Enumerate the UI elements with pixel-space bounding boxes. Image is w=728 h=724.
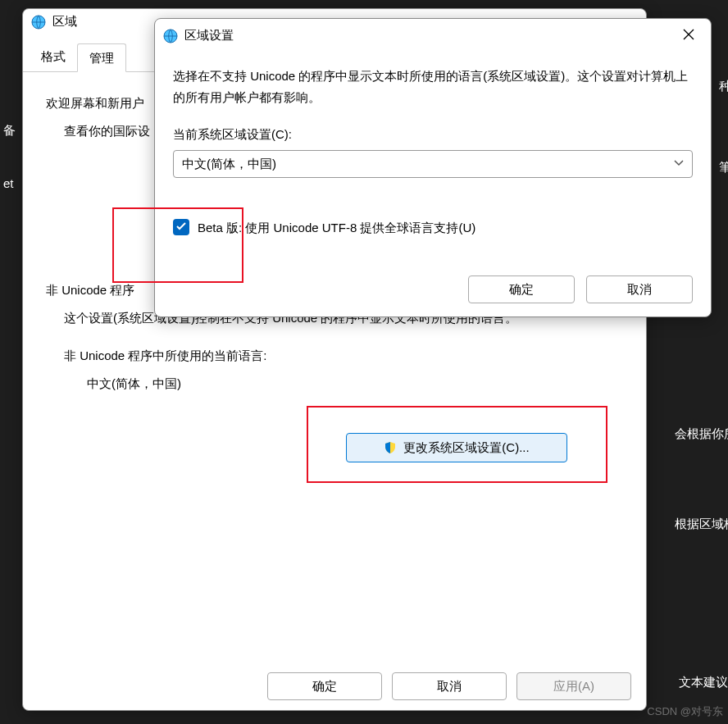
dialog-body: 选择在不支持 Unicode 的程序中显示文本时所使用的语言(系统区域设置)。这… <box>155 52 711 251</box>
region-settings-dialog: 区域设置 选择在不支持 Unicode 的程序中显示文本时所使用的语言(系统区域… <box>154 18 712 317</box>
locale-combobox[interactable]: 中文(简体，中国) <box>173 150 693 178</box>
cancel-button[interactable]: 取消 <box>392 672 507 700</box>
bg-text: 根据区域格式设 <box>675 517 728 532</box>
dialog-cancel-button[interactable]: 取消 <box>586 275 693 303</box>
bg-text: 筆 <box>719 160 728 175</box>
change-system-locale-button[interactable]: 更改系统区域设置(C)... <box>346 433 567 462</box>
tab-format[interactable]: 格式 <box>30 43 77 71</box>
dialog-titlebar[interactable]: 区域设置 <box>155 19 711 52</box>
apply-button: 应用(A) <box>516 672 631 700</box>
bg-text: 备 <box>3 123 16 139</box>
bg-text: 会根据你所在的 <box>675 426 728 442</box>
nonunicode-current-label: 非 Unicode 程序中所使用的当前语言: <box>64 346 623 366</box>
bg-text: 文本建议 <box>679 675 728 690</box>
dialog-title: 区域设置 <box>184 28 234 43</box>
beta-utf8-row[interactable]: Beta 版: 使用 Unicode UTF-8 提供全球语言支持(U) <box>173 217 693 239</box>
window-title: 区域 <box>52 14 77 30</box>
nonunicode-current-value: 中文(简体，中国) <box>87 374 623 394</box>
chevron-down-icon <box>674 155 684 171</box>
dialog-ok-button[interactable]: 确定 <box>468 275 575 303</box>
globe-icon <box>163 29 178 43</box>
locale-selected-value: 中文(简体，中国) <box>182 153 276 175</box>
globe-icon <box>31 15 46 30</box>
checkmark-icon <box>176 217 186 237</box>
bg-text: 种 <box>719 79 728 94</box>
locale-combo-label: 当前系统区域设置(C): <box>173 124 693 145</box>
change-locale-label: 更改系统区域设置(C)... <box>403 440 529 456</box>
tab-admin[interactable]: 管理 <box>77 43 126 72</box>
watermark: CSDN @对号东 <box>647 704 723 719</box>
dialog-description: 选择在不支持 Unicode 的程序中显示文本时所使用的语言(系统区域设置)。这… <box>173 66 693 107</box>
dialog-buttons: 确定 取消 <box>468 275 693 303</box>
bg-text: et <box>3 176 14 190</box>
uac-shield-icon <box>384 441 397 454</box>
beta-utf8-checkbox[interactable] <box>173 219 189 235</box>
close-icon[interactable] <box>675 24 703 48</box>
ok-button[interactable]: 确定 <box>267 672 382 700</box>
beta-utf8-label: Beta 版: 使用 Unicode UTF-8 提供全球语言支持(U) <box>198 217 475 239</box>
dialog-button-row: 确定 取消 应用(A) <box>267 672 631 700</box>
